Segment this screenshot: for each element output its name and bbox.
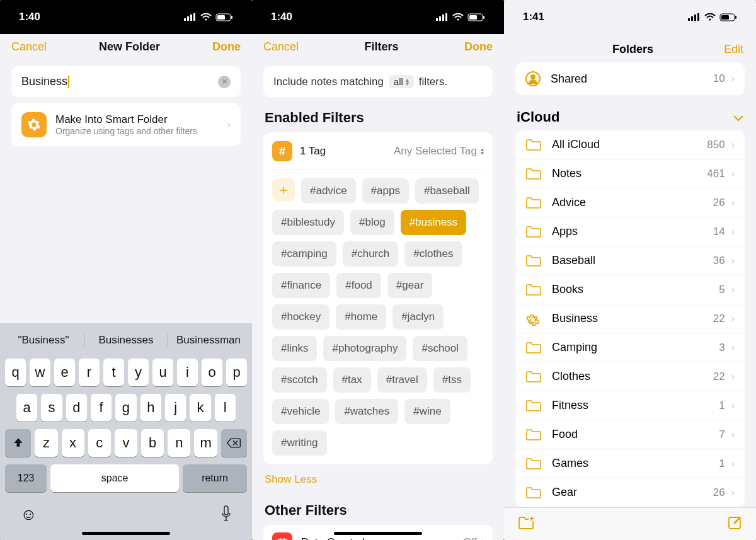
key-v[interactable]: v (115, 429, 137, 457)
tag-chip[interactable]: #finance (272, 273, 330, 298)
edit-button[interactable]: Edit (724, 43, 743, 56)
tag-chip[interactable]: #hockey (272, 304, 329, 330)
key-c[interactable]: c (88, 429, 111, 457)
key-s[interactable]: s (41, 394, 62, 422)
suggestion[interactable]: Businessman (167, 334, 249, 347)
emoji-key[interactable]: ☺ (20, 505, 37, 524)
key-n[interactable]: n (168, 429, 190, 457)
key-j[interactable]: j (165, 394, 186, 422)
suggestion[interactable]: "Business" (3, 334, 84, 347)
key-e[interactable]: e (54, 359, 75, 386)
tag-filter-header[interactable]: # 1 Tag Any Selected Tag ▴▾ (272, 141, 484, 169)
tag-chip[interactable]: #food (336, 273, 381, 298)
folder-row[interactable]: Games1› (515, 449, 745, 478)
cancel-button[interactable]: Cancel (263, 40, 299, 54)
filter-label: Date Created (301, 536, 365, 540)
tag-chip[interactable]: #business (401, 210, 467, 235)
key-g[interactable]: g (115, 394, 136, 422)
tag-chip[interactable]: #watches (335, 399, 398, 424)
folder-row[interactable]: Advice26› (515, 188, 745, 217)
tag-chip[interactable]: #tax (333, 367, 371, 393)
tag-chip[interactable]: #apps (362, 178, 409, 204)
folder-row[interactable]: Food7› (515, 420, 745, 449)
tag-chip[interactable]: #advice (301, 178, 356, 204)
key-o[interactable]: o (202, 359, 222, 386)
key-p[interactable]: p (226, 359, 247, 386)
folder-row[interactable]: Fitness1› (515, 391, 745, 420)
key-y[interactable]: y (128, 359, 149, 386)
shared-folder-row[interactable]: Shared 10 › (515, 62, 745, 95)
key-i[interactable]: i (177, 359, 198, 386)
shift-key[interactable] (5, 429, 31, 457)
key-d[interactable]: d (66, 394, 87, 422)
smart-folder-title: Make Into Smart Folder (55, 113, 197, 126)
tag-chip[interactable]: #jaclyn (392, 304, 444, 330)
tag-chip[interactable]: #writing (272, 430, 327, 456)
key-t[interactable]: t (103, 359, 124, 386)
tag-chip[interactable]: #home (336, 304, 386, 330)
tag-chip[interactable]: #photography (323, 336, 406, 361)
icloud-group-header[interactable]: iCloud (504, 95, 756, 130)
tag-chip[interactable]: #school (413, 336, 467, 361)
content-area[interactable]: Shared 10 › iCloud All iCloud850›Notes46… (504, 62, 756, 507)
key-u[interactable]: u (152, 359, 173, 386)
tag-chip[interactable]: #travel (377, 367, 427, 393)
numbers-key[interactable]: 123 (5, 464, 47, 492)
key-b[interactable]: b (141, 429, 164, 457)
tag-chip[interactable]: #biblestudy (272, 210, 344, 235)
space-key[interactable]: space (50, 464, 179, 492)
show-less-button[interactable]: Show Less (263, 464, 493, 490)
make-smart-folder-row[interactable]: Make Into Smart Folder Organize using ta… (11, 103, 241, 146)
folder-row[interactable]: Gear26› (515, 478, 745, 507)
key-k[interactable]: k (190, 394, 210, 422)
match-mode-selector[interactable]: all ▴▾ (389, 75, 414, 88)
key-f[interactable]: f (91, 394, 112, 422)
key-z[interactable]: z (35, 429, 57, 457)
tag-chip[interactable]: #vehicle (272, 399, 329, 424)
dictation-key[interactable] (220, 505, 232, 524)
folder-row[interactable]: Baseball36› (515, 246, 745, 275)
folder-row[interactable]: Books5› (515, 275, 745, 304)
tag-chip[interactable]: #links (272, 336, 317, 361)
folder-row[interactable]: Apps14› (515, 217, 745, 246)
cancel-button[interactable]: Cancel (11, 40, 47, 54)
folder-name-input[interactable]: Business (11, 66, 241, 97)
updown-icon: ▴▾ (481, 147, 484, 155)
backspace-key[interactable] (221, 429, 247, 457)
status-time: 1:40 (271, 11, 292, 23)
content-area[interactable]: Include notes matching all ▴▾ filters. E… (252, 60, 504, 540)
key-a[interactable]: a (16, 394, 37, 422)
folder-row[interactable]: Business22› (515, 304, 745, 333)
new-folder-button[interactable] (518, 516, 536, 532)
key-r[interactable]: r (79, 359, 100, 386)
tag-filter-mode[interactable]: Any Selected Tag ▴▾ (394, 145, 484, 158)
tag-chip[interactable]: #gear (387, 273, 432, 298)
tag-chip[interactable]: #clothes (404, 241, 462, 267)
folder-row[interactable]: Clothes22› (515, 362, 745, 391)
folder-row[interactable]: All iCloud850› (515, 130, 745, 159)
key-m[interactable]: m (194, 429, 217, 457)
clear-icon[interactable] (218, 76, 231, 88)
key-x[interactable]: x (62, 429, 84, 457)
suggestion[interactable]: Businesses (84, 334, 167, 347)
done-button[interactable]: Done (212, 40, 241, 54)
folder-count: 850 (707, 139, 724, 151)
folder-row[interactable]: Notes461› (515, 159, 745, 188)
key-h[interactable]: h (140, 394, 161, 422)
key-q[interactable]: q (5, 359, 26, 386)
tag-chip[interactable]: #church (343, 241, 398, 267)
add-tag-button[interactable]: ＋ (272, 178, 295, 201)
chevron-down-icon[interactable] (733, 109, 743, 125)
tag-chip[interactable]: #blog (350, 210, 394, 235)
key-l[interactable]: l (215, 394, 236, 422)
tag-chip[interactable]: #tss (433, 367, 471, 393)
folder-row[interactable]: Camping3› (515, 333, 745, 362)
done-button[interactable]: Done (464, 40, 493, 54)
key-w[interactable]: w (30, 359, 50, 386)
tag-chip[interactable]: #scotch (272, 367, 327, 393)
tag-chip[interactable]: #wine (404, 399, 450, 424)
tag-chip[interactable]: #camping (272, 241, 336, 267)
compose-button[interactable] (727, 515, 742, 533)
return-key[interactable]: return (183, 464, 247, 492)
tag-chip[interactable]: #baseball (415, 178, 479, 204)
